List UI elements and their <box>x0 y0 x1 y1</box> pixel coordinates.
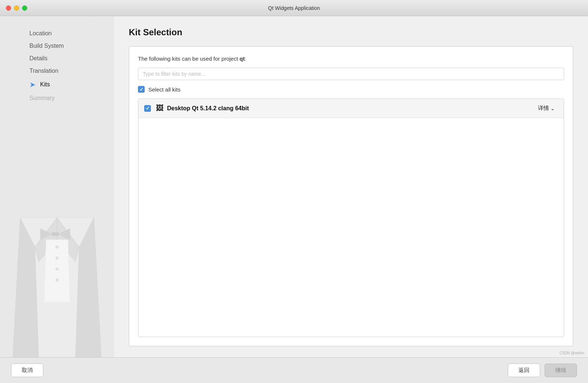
sidebar-item-kits[interactable]: ➤ Kits <box>29 77 114 92</box>
page-title: Kit Selection <box>129 27 573 37</box>
kit-description-prefix: The following kits can be used for proje… <box>138 56 240 62</box>
kit-details-button[interactable]: 详情 ⌄ <box>535 103 558 113</box>
bottom-bar: 取消 返回 继续 <box>0 357 588 383</box>
watermark: CSDN @witton <box>560 351 584 355</box>
kit-description: The following kits can be used for proje… <box>138 56 564 62</box>
chevron-down-icon: ⌄ <box>550 105 555 111</box>
back-button[interactable]: 返回 <box>508 364 540 377</box>
main-window: Location Build System Details Translatio… <box>0 16 588 357</box>
kit-project-name: qt <box>240 56 245 62</box>
titlebar-buttons <box>6 6 27 11</box>
sidebar-item-translation[interactable]: Translation <box>29 65 114 77</box>
sidebar-item-build-system[interactable]: Build System <box>29 40 114 52</box>
sidebar-item-label-translation: Translation <box>29 68 59 74</box>
svg-rect-0 <box>52 232 59 236</box>
cancel-button[interactable]: 取消 <box>11 364 43 377</box>
svg-point-3 <box>56 268 59 271</box>
bottom-right-actions: 返回 继续 <box>508 364 577 377</box>
kit-description-suffix: : <box>245 56 246 62</box>
sidebar: Location Build System Details Translatio… <box>0 16 114 357</box>
svg-point-2 <box>56 257 59 259</box>
kit-panel: The following kits can be used for proje… <box>129 46 573 346</box>
sidebar-item-summary[interactable]: Summary <box>29 92 114 104</box>
continue-button[interactable]: 继续 <box>545 364 577 377</box>
filter-kits-input[interactable] <box>138 68 564 80</box>
active-arrow-icon: ➤ <box>29 80 36 89</box>
bottom-left-actions: 取消 <box>11 364 43 377</box>
maximize-button[interactable] <box>22 6 27 11</box>
sidebar-item-label-kits: Kits <box>40 81 50 88</box>
kit-name-label: Desktop Qt 5.14.2 clang 64bit <box>167 105 249 112</box>
select-all-row: ✓ Select all kits <box>138 86 564 93</box>
sidebar-item-label-build-system: Build System <box>29 43 64 49</box>
sidebar-item-label-summary: Summary <box>29 95 54 101</box>
close-button[interactable] <box>6 6 11 11</box>
kit-checkmark-icon: ✓ <box>146 106 150 111</box>
svg-point-1 <box>56 246 59 248</box>
checkmark-icon: ✓ <box>139 87 144 92</box>
sidebar-item-label-location: Location <box>29 30 52 37</box>
minimize-button[interactable] <box>14 6 19 11</box>
window-title: Qt Widgets Application <box>268 5 320 11</box>
details-label: 详情 <box>538 105 549 112</box>
kit-checkbox[interactable]: ✓ <box>144 105 151 112</box>
sidebar-item-location[interactable]: Location <box>29 27 114 40</box>
content-area: Kit Selection The following kits can be … <box>114 16 588 357</box>
monitor-icon: 🖼 <box>156 104 163 112</box>
kit-row-label: 🖼 Desktop Qt 5.14.2 clang 64bit <box>156 104 530 112</box>
svg-point-4 <box>56 279 59 282</box>
select-all-label: Select all kits <box>148 86 181 93</box>
kit-row: ✓ 🖼 Desktop Qt 5.14.2 clang 64bit 详情 ⌄ <box>138 99 564 118</box>
sidebar-item-details[interactable]: Details <box>29 52 114 65</box>
titlebar: Qt Widgets Application <box>0 0 588 16</box>
kit-list-box: ✓ 🖼 Desktop Qt 5.14.2 clang 64bit 详情 ⌄ <box>138 99 564 337</box>
select-all-checkbox[interactable]: ✓ <box>138 86 145 93</box>
sidebar-item-label-details: Details <box>29 55 47 62</box>
sidebar-nav: Location Build System Details Translatio… <box>0 27 114 104</box>
